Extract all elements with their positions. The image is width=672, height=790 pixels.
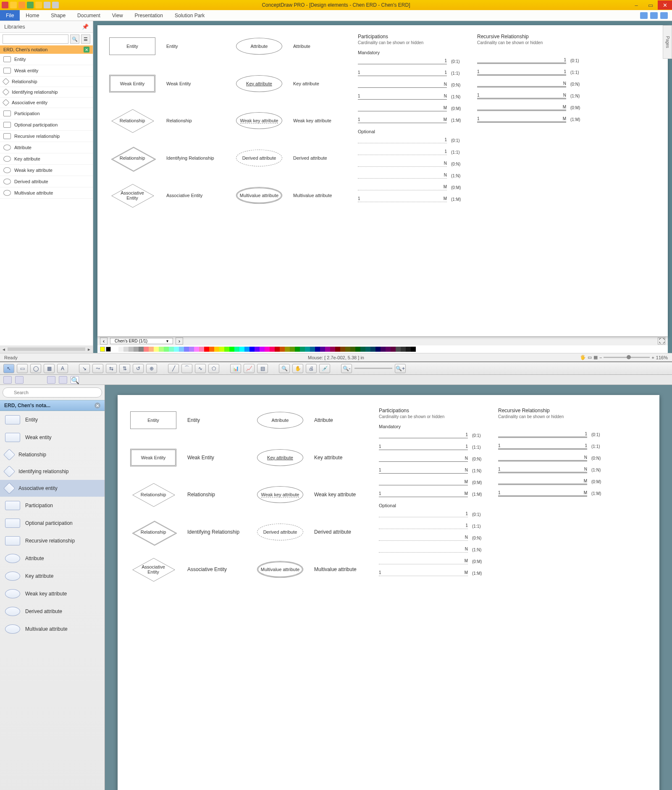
chart2-tool-icon[interactable]: 📈: [244, 364, 255, 373]
erd-attr-shape[interactable]: Multivalue attribute: [236, 187, 282, 204]
color-swatch[interactable]: [391, 347, 396, 352]
color-swatch[interactable]: [255, 347, 260, 352]
color-swatch[interactable]: [310, 347, 315, 352]
color-swatch[interactable]: [355, 347, 360, 352]
mac-library-category[interactable]: ERD, Chen's nota... ✕: [0, 400, 105, 411]
lib-item[interactable]: Key attribute: [0, 153, 93, 165]
color-swatch[interactable]: [118, 347, 123, 352]
lib-item[interactable]: Recursive relationship: [0, 131, 93, 142]
participation-row[interactable]: 11(1:1): [358, 70, 467, 76]
sub-view-grid[interactable]: [47, 376, 55, 384]
participation-row[interactable]: N(1:N): [379, 547, 488, 553]
participation-row[interactable]: N(1:N): [358, 173, 467, 179]
chart3-tool-icon[interactable]: ▤: [257, 364, 268, 373]
library-search-input[interactable]: [3, 34, 68, 44]
next-page-button[interactable]: ›: [176, 337, 183, 345]
options-icon[interactable]: [640, 12, 648, 19]
zoom-in-icon[interactable]: +: [651, 355, 654, 360]
mac-lib-item[interactable]: Optional participation: [0, 514, 105, 532]
recursive-row[interactable]: N(0:N): [477, 81, 586, 87]
lib-item[interactable]: Entity: [0, 54, 93, 65]
erd-attr-shape[interactable]: Weak key attribute: [236, 112, 282, 129]
participation-row[interactable]: 1N(1:N): [379, 468, 488, 474]
recursive-row[interactable]: M(0:M): [498, 479, 607, 485]
lib-item[interactable]: Participation: [0, 108, 93, 119]
library-view-button[interactable]: ☰: [81, 34, 90, 44]
color-swatch[interactable]: [411, 347, 416, 352]
participation-row[interactable]: 11(1:1): [379, 444, 488, 450]
color-swatch[interactable]: [360, 347, 365, 352]
color-swatch[interactable]: [370, 347, 375, 352]
color-swatch[interactable]: [280, 347, 285, 352]
erd-shape[interactable]: Relationship: [130, 523, 176, 541]
color-swatch[interactable]: [350, 347, 355, 352]
menu-presentation[interactable]: Presentation: [129, 11, 169, 20]
color-swatch[interactable]: [123, 347, 129, 352]
close-category-icon[interactable]: ✕: [84, 47, 89, 53]
menu-document[interactable]: Document: [71, 11, 106, 20]
participation-row[interactable]: 1(0:1): [379, 432, 488, 438]
eyedropper-tool-icon[interactable]: 💉: [319, 364, 330, 373]
recursive-row[interactable]: 1M(1:M): [477, 116, 586, 122]
prev-page-button[interactable]: ‹: [100, 337, 108, 345]
zoom-slider[interactable]: [354, 368, 392, 369]
participation-row[interactable]: 1N(1:N): [358, 94, 467, 100]
color-swatch[interactable]: [199, 347, 204, 352]
color-swatch[interactable]: [209, 347, 214, 352]
color-swatch[interactable]: [401, 347, 406, 352]
color-swatch[interactable]: [275, 347, 280, 352]
mac-lib-item[interactable]: Weak key attribute: [0, 585, 105, 603]
color-swatch[interactable]: [320, 347, 325, 352]
mac-lib-item[interactable]: Recursive relationship: [0, 532, 105, 550]
color-swatch[interactable]: [113, 347, 118, 352]
color-swatch[interactable]: [365, 347, 370, 352]
fill-swatch[interactable]: [100, 347, 105, 352]
pages-tab[interactable]: Pages: [663, 25, 672, 59]
erd-shape[interactable]: Relationship: [130, 486, 176, 503]
erd-shape[interactable]: Entity: [109, 37, 155, 55]
participation-row[interactable]: N(0:N): [379, 456, 488, 462]
zoom-in-button[interactable]: 🔍+: [395, 364, 406, 373]
zoom-fit-icon[interactable]: ▭: [588, 355, 592, 360]
mac-category-close-icon[interactable]: ✕: [94, 403, 100, 408]
sub-view-list[interactable]: [59, 376, 67, 384]
lib-item[interactable]: Identifying relationship: [0, 87, 93, 97]
menu-shape[interactable]: Shape: [45, 11, 71, 20]
mac-lib-item[interactable]: Relationship: [0, 446, 105, 463]
ellipse-tool-icon[interactable]: ◯: [30, 364, 41, 373]
color-swatch[interactable]: [330, 347, 335, 352]
participation-row[interactable]: N(0:N): [379, 535, 488, 541]
color-swatch[interactable]: [189, 347, 194, 352]
color-swatch[interactable]: [234, 347, 239, 352]
shape-tool-icon[interactable]: ▦: [44, 364, 55, 373]
qat-icon[interactable]: [52, 2, 59, 8]
participation-row[interactable]: M(0:M): [358, 105, 467, 111]
home-icon[interactable]: [660, 12, 668, 19]
color-swatch[interactable]: [260, 347, 265, 352]
participation-row[interactable]: 1M(1:M): [379, 570, 488, 576]
participation-row[interactable]: 1M(1:M): [358, 196, 467, 202]
color-swatch[interactable]: [375, 347, 381, 352]
connector-tool-icon[interactable]: ↘: [79, 364, 90, 373]
color-swatch[interactable]: [224, 347, 229, 352]
lib-item[interactable]: Weak entity: [0, 65, 93, 76]
recursive-row[interactable]: 1(0:1): [477, 58, 586, 63]
poly-tool-icon[interactable]: ⬠: [208, 364, 219, 373]
color-swatch[interactable]: [134, 347, 139, 352]
color-swatch[interactable]: [179, 347, 184, 352]
erd-attr-shape[interactable]: Attribute: [257, 412, 303, 429]
mac-search-input[interactable]: [3, 387, 102, 398]
menu-view[interactable]: View: [106, 11, 129, 20]
pin-icon[interactable]: 📌: [82, 24, 89, 30]
qat-icon[interactable]: [18, 2, 25, 8]
color-swatch[interactable]: [249, 347, 255, 352]
participation-row[interactable]: 1M(1:M): [379, 491, 488, 497]
qat-icon[interactable]: [27, 2, 34, 8]
text-tool-icon[interactable]: A: [57, 364, 68, 373]
recursive-row[interactable]: 1N(1:N): [477, 93, 586, 99]
color-swatch[interactable]: [300, 347, 305, 352]
search-button[interactable]: 🔍: [70, 34, 79, 44]
mac-lib-item[interactable]: Derived attribute: [0, 603, 105, 620]
pointer-tool-icon[interactable]: ↖: [3, 364, 14, 373]
mac-lib-item[interactable]: Entity: [0, 411, 105, 429]
